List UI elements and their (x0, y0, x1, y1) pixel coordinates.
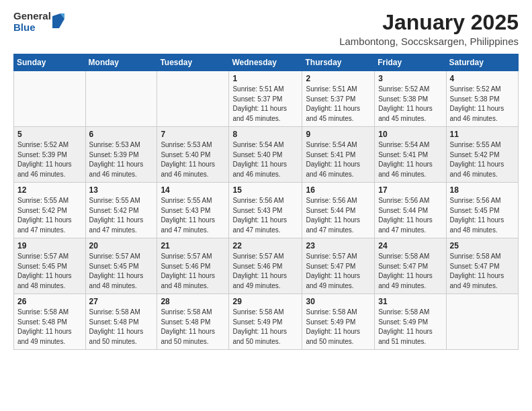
logo-text: General Blue (13, 11, 51, 33)
day-number: 20 (89, 241, 154, 250)
calendar-cell: 23Sunrise: 5:57 AMSunset: 5:47 PMDayligh… (302, 238, 375, 294)
day-number: 2 (306, 74, 371, 83)
day-number: 17 (378, 185, 442, 195)
calendar-header: Sunday Monday Tuesday Wednesday Thursday… (14, 54, 519, 71)
calendar-table: Sunday Monday Tuesday Wednesday Thursday… (13, 54, 519, 350)
calendar-cell: 28Sunrise: 5:58 AMSunset: 5:48 PMDayligh… (157, 294, 229, 350)
logo-blue: Blue (13, 22, 51, 34)
day-info: Sunrise: 5:55 AMSunset: 5:42 PMDaylight:… (89, 196, 154, 235)
day-number: 16 (306, 185, 371, 195)
calendar-cell: 22Sunrise: 5:57 AMSunset: 5:46 PMDayligh… (229, 238, 302, 294)
day-number: 1 (232, 74, 298, 83)
day-number: 3 (378, 74, 442, 83)
header: General Blue January 2025 Lambontong, So… (13, 11, 519, 47)
day-info: Sunrise: 5:57 AMSunset: 5:45 PMDaylight:… (17, 252, 82, 291)
logo-icon (52, 13, 64, 28)
calendar-cell: 12Sunrise: 5:55 AMSunset: 5:42 PMDayligh… (14, 183, 86, 238)
calendar-cell: 4Sunrise: 5:52 AMSunset: 5:38 PMDaylight… (446, 71, 518, 127)
calendar-cell: 29Sunrise: 5:58 AMSunset: 5:49 PMDayligh… (229, 294, 302, 350)
day-number: 23 (306, 241, 371, 250)
header-thursday: Thursday (302, 54, 375, 71)
day-info: Sunrise: 5:58 AMSunset: 5:48 PMDaylight:… (89, 308, 154, 347)
day-info: Sunrise: 5:58 AMSunset: 5:48 PMDaylight:… (161, 308, 225, 347)
day-number: 12 (17, 185, 82, 195)
calendar-cell: 26Sunrise: 5:58 AMSunset: 5:48 PMDayligh… (14, 294, 86, 350)
calendar-cell (157, 71, 229, 127)
header-row: Sunday Monday Tuesday Wednesday Thursday… (14, 54, 519, 71)
day-info: Sunrise: 5:58 AMSunset: 5:47 PMDaylight:… (378, 252, 442, 291)
calendar-cell: 11Sunrise: 5:55 AMSunset: 5:42 PMDayligh… (446, 127, 518, 183)
day-info: Sunrise: 5:58 AMSunset: 5:47 PMDaylight:… (450, 252, 515, 291)
calendar-cell: 7Sunrise: 5:53 AMSunset: 5:40 PMDaylight… (157, 127, 229, 183)
day-number: 14 (161, 185, 225, 195)
calendar-cell: 19Sunrise: 5:57 AMSunset: 5:45 PMDayligh… (14, 238, 86, 294)
calendar-subtitle: Lambontong, Soccsksargen, Philippines (339, 36, 519, 47)
calendar-cell: 20Sunrise: 5:57 AMSunset: 5:45 PMDayligh… (85, 238, 157, 294)
day-info: Sunrise: 5:58 AMSunset: 5:49 PMDaylight:… (378, 308, 442, 347)
calendar-cell: 6Sunrise: 5:53 AMSunset: 5:39 PMDaylight… (85, 127, 157, 183)
header-friday: Friday (375, 54, 446, 71)
day-number: 24 (378, 241, 442, 250)
day-info: Sunrise: 5:55 AMSunset: 5:43 PMDaylight:… (161, 196, 225, 235)
calendar-cell: 25Sunrise: 5:58 AMSunset: 5:47 PMDayligh… (446, 238, 518, 294)
calendar-cell: 31Sunrise: 5:58 AMSunset: 5:49 PMDayligh… (375, 294, 446, 350)
calendar-cell: 27Sunrise: 5:58 AMSunset: 5:48 PMDayligh… (85, 294, 157, 350)
calendar-week-1: 1Sunrise: 5:51 AMSunset: 5:37 PMDaylight… (14, 71, 519, 127)
day-info: Sunrise: 5:58 AMSunset: 5:48 PMDaylight:… (17, 308, 82, 347)
calendar-cell: 16Sunrise: 5:56 AMSunset: 5:44 PMDayligh… (302, 183, 375, 238)
calendar-cell (85, 71, 157, 127)
header-sunday: Sunday (14, 54, 86, 71)
calendar-cell: 8Sunrise: 5:54 AMSunset: 5:40 PMDaylight… (229, 127, 302, 183)
day-number: 18 (450, 185, 515, 195)
day-number: 6 (89, 130, 154, 139)
day-info: Sunrise: 5:56 AMSunset: 5:44 PMDaylight:… (306, 196, 371, 235)
day-number: 9 (306, 130, 371, 139)
day-info: Sunrise: 5:52 AMSunset: 5:38 PMDaylight:… (378, 85, 442, 124)
day-info: Sunrise: 5:53 AMSunset: 5:40 PMDaylight:… (161, 140, 225, 179)
day-number: 8 (232, 130, 298, 139)
calendar-week-2: 5Sunrise: 5:52 AMSunset: 5:39 PMDaylight… (14, 127, 519, 183)
day-number: 4 (450, 74, 515, 83)
day-info: Sunrise: 5:55 AMSunset: 5:42 PMDaylight:… (450, 140, 515, 179)
calendar-cell: 3Sunrise: 5:52 AMSunset: 5:38 PMDaylight… (375, 71, 446, 127)
day-info: Sunrise: 5:54 AMSunset: 5:41 PMDaylight:… (306, 140, 371, 179)
day-info: Sunrise: 5:53 AMSunset: 5:39 PMDaylight:… (89, 140, 154, 179)
calendar-cell: 30Sunrise: 5:58 AMSunset: 5:49 PMDayligh… (302, 294, 375, 350)
page: General Blue January 2025 Lambontong, So… (0, 0, 532, 411)
day-info: Sunrise: 5:54 AMSunset: 5:40 PMDaylight:… (232, 140, 298, 179)
day-info: Sunrise: 5:52 AMSunset: 5:38 PMDaylight:… (450, 85, 515, 124)
calendar-cell: 1Sunrise: 5:51 AMSunset: 5:37 PMDaylight… (229, 71, 302, 127)
day-info: Sunrise: 5:51 AMSunset: 5:37 PMDaylight:… (232, 85, 298, 124)
day-info: Sunrise: 5:51 AMSunset: 5:37 PMDaylight:… (306, 85, 371, 124)
calendar-cell: 2Sunrise: 5:51 AMSunset: 5:37 PMDaylight… (302, 71, 375, 127)
calendar-cell: 10Sunrise: 5:54 AMSunset: 5:41 PMDayligh… (375, 127, 446, 183)
calendar-week-5: 26Sunrise: 5:58 AMSunset: 5:48 PMDayligh… (14, 294, 519, 350)
day-number: 25 (450, 241, 515, 250)
calendar-cell: 15Sunrise: 5:56 AMSunset: 5:43 PMDayligh… (229, 183, 302, 238)
day-number: 15 (232, 185, 298, 195)
calendar-cell: 24Sunrise: 5:58 AMSunset: 5:47 PMDayligh… (375, 238, 446, 294)
day-info: Sunrise: 5:58 AMSunset: 5:49 PMDaylight:… (306, 308, 371, 347)
day-number: 7 (161, 130, 225, 139)
day-info: Sunrise: 5:57 AMSunset: 5:46 PMDaylight:… (161, 252, 225, 291)
calendar-title: January 2025 (339, 11, 519, 34)
day-number: 5 (17, 130, 82, 139)
day-number: 29 (232, 297, 298, 306)
day-number: 22 (232, 241, 298, 250)
calendar-body: 1Sunrise: 5:51 AMSunset: 5:37 PMDaylight… (14, 71, 519, 350)
logo: General Blue (13, 11, 64, 33)
day-info: Sunrise: 5:52 AMSunset: 5:39 PMDaylight:… (17, 140, 82, 179)
day-number: 31 (378, 297, 442, 306)
day-number: 28 (161, 297, 225, 306)
day-info: Sunrise: 5:57 AMSunset: 5:47 PMDaylight:… (306, 252, 371, 291)
day-info: Sunrise: 5:58 AMSunset: 5:49 PMDaylight:… (232, 308, 298, 347)
calendar-cell: 9Sunrise: 5:54 AMSunset: 5:41 PMDaylight… (302, 127, 375, 183)
header-tuesday: Tuesday (157, 54, 229, 71)
calendar-cell (446, 294, 518, 350)
day-info: Sunrise: 5:56 AMSunset: 5:45 PMDaylight:… (450, 196, 515, 235)
logo-general: General (13, 11, 51, 22)
day-info: Sunrise: 5:55 AMSunset: 5:42 PMDaylight:… (17, 196, 82, 235)
calendar-week-4: 19Sunrise: 5:57 AMSunset: 5:45 PMDayligh… (14, 238, 519, 294)
calendar-cell: 21Sunrise: 5:57 AMSunset: 5:46 PMDayligh… (157, 238, 229, 294)
calendar-cell: 18Sunrise: 5:56 AMSunset: 5:45 PMDayligh… (446, 183, 518, 238)
